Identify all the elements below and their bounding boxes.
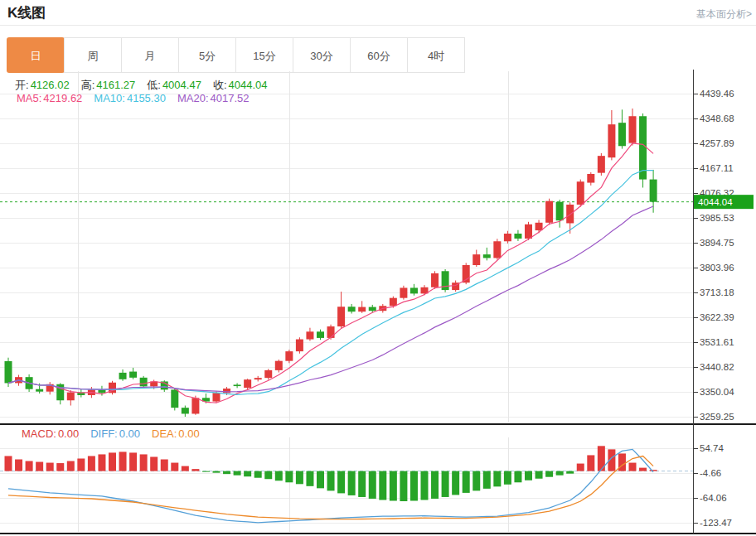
legend-label: 低: — [147, 79, 161, 91]
ma-legend: MA5:4219.62MA10:4155.30MA20:4017.52 — [17, 92, 261, 104]
ohlc-legend: 开:4126.02高:4161.27低:4004.47收:4044.04 — [15, 78, 279, 93]
svg-text:-64.06: -64.06 — [700, 493, 727, 503]
svg-text:4439.46: 4439.46 — [700, 89, 734, 99]
legend-label: 高: — [81, 79, 95, 91]
candles-layer — [5, 109, 657, 417]
legend-label: 开: — [15, 79, 29, 91]
svg-text:3985.53: 3985.53 — [700, 213, 734, 223]
svg-text:3803.96: 3803.96 — [700, 263, 734, 273]
legend-value: 0.00 — [178, 427, 199, 440]
macd-legend: MACD:0.00DIFF:0.00DEA:0.00 — [22, 427, 211, 440]
svg-text:3713.18: 3713.18 — [700, 287, 734, 297]
macd-bars — [5, 446, 657, 501]
svg-text:54.74: 54.74 — [700, 443, 724, 453]
svg-text:3350.04: 3350.04 — [700, 387, 734, 397]
svg-text:3894.75: 3894.75 — [700, 238, 734, 248]
svg-text:4167.11: 4167.11 — [700, 163, 734, 173]
legend-value: 4219.62 — [43, 92, 82, 104]
kline-page: K线图 基本面分析> 日周月5分15分30分60分4时 4439.464348.… — [0, 0, 756, 536]
legend-label: MA20: — [177, 92, 209, 104]
legend-value: 4161.27 — [96, 79, 135, 91]
legend-value: 0.00 — [119, 427, 140, 440]
svg-text:-123.47: -123.47 — [700, 518, 732, 528]
legend-value: 4004.47 — [162, 79, 201, 91]
legend-value: 4155.30 — [127, 92, 166, 104]
svg-text:-4.66: -4.66 — [700, 468, 721, 478]
legend-value: 4126.02 — [31, 79, 70, 91]
svg-text:4044.04: 4044.04 — [698, 197, 733, 207]
svg-text:3440.82: 3440.82 — [700, 362, 734, 372]
legend-value: 4017.52 — [211, 92, 250, 104]
ma5-line — [8, 143, 653, 403]
ma20-line — [8, 206, 653, 392]
legend-label: DEA: — [152, 427, 177, 440]
legend-label: DIFF: — [90, 427, 118, 440]
svg-text:3259.25: 3259.25 — [700, 412, 734, 422]
legend-label: 收: — [213, 79, 227, 91]
svg-text:3622.39: 3622.39 — [700, 312, 734, 322]
svg-text:4348.68: 4348.68 — [700, 113, 734, 123]
svg-text:3531.61: 3531.61 — [700, 337, 734, 347]
legend-value: 4044.04 — [229, 79, 268, 91]
legend-label: MA5: — [17, 92, 41, 104]
legend-label: MACD: — [22, 427, 56, 440]
svg-text:4257.89: 4257.89 — [700, 138, 734, 148]
legend-label: MA10: — [94, 92, 125, 104]
legend-value: 0.00 — [58, 427, 79, 440]
last-price-badge: 4044.04 — [694, 195, 754, 209]
